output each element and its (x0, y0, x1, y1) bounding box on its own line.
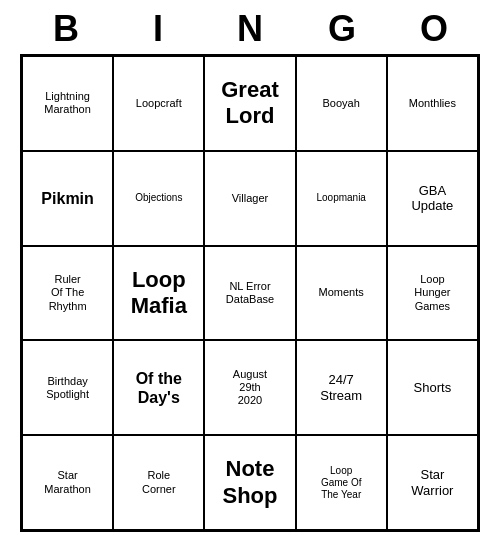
bingo-cell: Shorts (387, 340, 478, 435)
cell-text: RulerOf TheRhythm (49, 273, 87, 313)
cell-text: Moments (319, 286, 364, 299)
cell-text: StarWarrior (411, 467, 453, 498)
cell-text: Pikmin (41, 189, 93, 208)
bingo-cell: Pikmin (22, 151, 113, 246)
bingo-cell: RoleCorner (113, 435, 204, 530)
cell-text: Loopcraft (136, 97, 182, 110)
bingo-cell: LoopGame OfThe Year (296, 435, 387, 530)
cell-text: Villager (232, 192, 269, 205)
cell-text: Shorts (414, 380, 452, 396)
cell-text: GreatLord (221, 77, 278, 130)
bingo-cell: LoopMafia (113, 246, 204, 341)
cell-text: 24/7Stream (320, 372, 362, 403)
bingo-cell: Objections (113, 151, 204, 246)
cell-text: August29th2020 (233, 368, 267, 408)
bingo-letter: G (301, 8, 383, 50)
bingo-cell: Of theDay's (113, 340, 204, 435)
cell-text: StarMarathon (44, 469, 90, 495)
bingo-cell: Villager (204, 151, 295, 246)
cell-text: RoleCorner (142, 469, 176, 495)
cell-text: Of theDay's (136, 369, 182, 407)
bingo-cell: GreatLord (204, 56, 295, 151)
bingo-cell: BirthdaySpotlight (22, 340, 113, 435)
bingo-cell: RulerOf TheRhythm (22, 246, 113, 341)
bingo-cell: August29th2020 (204, 340, 295, 435)
bingo-header: BINGO (20, 0, 480, 54)
bingo-cell: StarMarathon (22, 435, 113, 530)
bingo-cell: Loopcraft (113, 56, 204, 151)
cell-text: LightningMarathon (44, 90, 90, 116)
bingo-letter: B (25, 8, 107, 50)
cell-text: Loopmania (316, 192, 365, 204)
cell-text: LoopHungerGames (414, 273, 450, 313)
bingo-cell: LoopHungerGames (387, 246, 478, 341)
bingo-cell: 24/7Stream (296, 340, 387, 435)
bingo-cell: NoteShop (204, 435, 295, 530)
bingo-cell: Moments (296, 246, 387, 341)
bingo-cell: Booyah (296, 56, 387, 151)
cell-text: GBAUpdate (411, 183, 453, 214)
bingo-cell: NL ErrorDataBase (204, 246, 295, 341)
bingo-cell: Loopmania (296, 151, 387, 246)
bingo-cell: LightningMarathon (22, 56, 113, 151)
cell-text: LoopMafia (131, 267, 187, 320)
cell-text: LoopGame OfThe Year (321, 465, 362, 501)
bingo-cell: Monthlies (387, 56, 478, 151)
bingo-letter: N (209, 8, 291, 50)
cell-text: Objections (135, 192, 182, 204)
cell-text: NoteShop (222, 456, 277, 509)
cell-text: NL ErrorDataBase (226, 280, 274, 306)
bingo-cell: GBAUpdate (387, 151, 478, 246)
cell-text: Booyah (323, 97, 360, 110)
bingo-letter: I (117, 8, 199, 50)
bingo-grid: LightningMarathonLoopcraftGreatLordBooya… (20, 54, 480, 532)
cell-text: BirthdaySpotlight (46, 375, 89, 401)
cell-text: Monthlies (409, 97, 456, 110)
bingo-letter: O (393, 8, 475, 50)
bingo-cell: StarWarrior (387, 435, 478, 530)
